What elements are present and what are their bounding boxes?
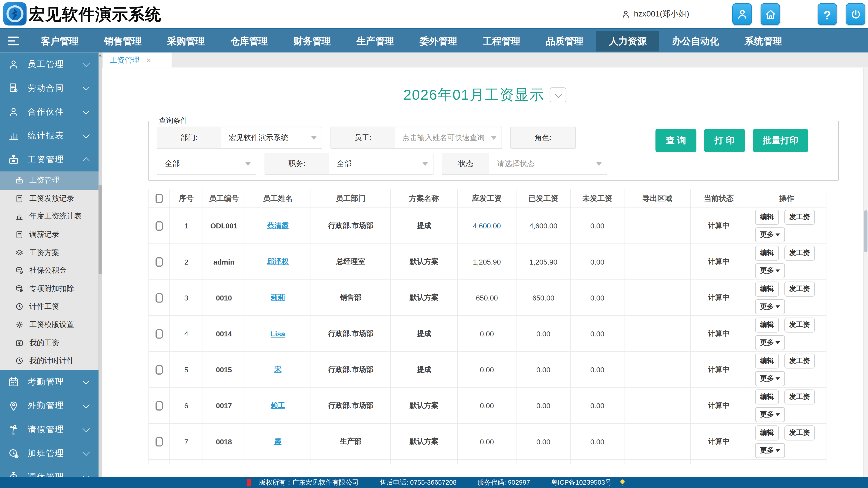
row-checkbox[interactable] [156, 293, 163, 302]
sidebar-subitem[interactable]: 我的计时计件 [0, 352, 98, 370]
pay-salary-button[interactable]: 发工资 [784, 425, 815, 440]
scroll-up-icon[interactable] [98, 54, 102, 57]
nav-item[interactable]: 仓库管理 [217, 31, 281, 51]
employee-no-link[interactable]: 0017 [203, 388, 245, 424]
sidebar-subitem[interactable]: 调薪记录 [0, 226, 98, 244]
edit-button[interactable]: 编辑 [755, 281, 779, 296]
role-field[interactable]: 角色: [510, 127, 576, 149]
more-button[interactable]: 更多 [755, 335, 785, 350]
sidebar-subitem[interactable]: 工资管理 [0, 171, 98, 190]
nav-item[interactable]: 人力资源 [596, 31, 659, 51]
sidebar-subitem[interactable]: 工资模版设置 [0, 316, 98, 334]
sidebar-group[interactable]: 请假管理 [0, 418, 98, 441]
sidebar-subitem[interactable]: 年度工资统计表 [0, 207, 98, 226]
batch-print-button[interactable]: 批量打印 [753, 129, 808, 152]
footer-icp[interactable]: 粤ICP备10239503号 [551, 478, 612, 487]
employee-name-link[interactable]: 宋 [274, 365, 281, 373]
employee-name-link[interactable]: 蔡清霞 [267, 221, 289, 230]
sidebar-group[interactable]: 调休管理 [0, 465, 98, 477]
pay-salary-button[interactable]: 发工资 [784, 389, 815, 404]
sidebar-group[interactable]: 劳动合同 [0, 76, 98, 100]
employee-no-link[interactable]: ODL001 [203, 208, 245, 244]
employee-no-link[interactable]: 0015 [203, 352, 245, 387]
row-checkbox[interactable] [156, 401, 163, 410]
current-user[interactable]: hzx001(郑小姐) [621, 0, 689, 28]
employee-name-link[interactable]: 霞 [274, 437, 281, 446]
more-button[interactable]: 更多 [755, 407, 785, 422]
pay-salary-button[interactable]: 发工资 [784, 246, 815, 260]
month-dropdown-button[interactable] [550, 88, 566, 102]
sidebar-group[interactable]: 员工管理 [0, 53, 98, 76]
department-select[interactable]: 宏见软件演示系统 [221, 127, 322, 148]
nav-item[interactable]: 财务管理 [281, 31, 344, 51]
nav-item[interactable]: 采购管理 [154, 31, 217, 51]
support-button[interactable] [733, 3, 752, 25]
sidebar-group[interactable]: 工资管理 [0, 148, 98, 171]
more-button[interactable]: 更多 [755, 371, 785, 386]
sidebar-subitem[interactable]: 专项附加扣除 [0, 280, 98, 298]
employee-no-link[interactable]: admin [203, 244, 245, 280]
print-button[interactable]: 打 印 [704, 129, 745, 152]
nav-item[interactable]: 销售管理 [91, 31, 154, 51]
role-select[interactable]: 全部 [157, 153, 256, 174]
employee-no-link[interactable]: 0014 [203, 316, 245, 352]
row-checkbox[interactable] [156, 365, 163, 375]
home-button[interactable] [761, 3, 780, 25]
tab-salary-management[interactable]: 工资管理 × [103, 53, 172, 68]
nav-item[interactable]: 办公自动化 [659, 31, 732, 51]
content-scrollbar-thumb[interactable] [864, 210, 868, 252]
select-all-checkbox[interactable] [156, 194, 163, 203]
row-checkbox[interactable] [156, 257, 163, 267]
nav-item[interactable]: 品质管理 [533, 31, 596, 51]
employee-no-link[interactable] [203, 459, 245, 464]
sidebar-subitem[interactable]: 工资发放记录 [0, 190, 98, 207]
power-button[interactable] [846, 3, 865, 25]
edit-button[interactable]: 编辑 [755, 353, 779, 368]
help-button[interactable]: ? [817, 3, 837, 25]
edit-button[interactable]: 编辑 [755, 425, 779, 440]
pay-salary-button[interactable]: 发工资 [784, 209, 815, 224]
sidebar-subitem[interactable]: 我的工资 [0, 334, 98, 352]
pay-salary-button[interactable]: 发工资 [784, 353, 815, 368]
employee-name-link[interactable]: 莉莉 [271, 293, 285, 302]
menu-toggle-icon[interactable] [8, 37, 19, 45]
employee-no-link[interactable]: 0010 [203, 280, 245, 316]
more-button[interactable]: 更多 [755, 443, 785, 458]
edit-button[interactable]: 编辑 [755, 246, 779, 260]
edit-button[interactable]: 编辑 [755, 389, 779, 404]
sidebar-group[interactable]: 合作伙伴 [0, 100, 98, 124]
edit-button[interactable]: 编辑 [755, 317, 779, 332]
sidebar-group[interactable]: 加班管理 [0, 441, 98, 465]
sidebar-group[interactable]: 统计报表 [0, 124, 98, 148]
employee-name-link[interactable]: 邱泽权 [267, 257, 289, 266]
employee-input[interactable]: 点击输入姓名可快速查询 [395, 127, 502, 148]
row-checkbox[interactable] [156, 437, 163, 447]
query-button[interactable]: 查 询 [655, 129, 696, 152]
more-button[interactable]: 更多 [755, 227, 785, 242]
pay-salary-button[interactable]: 发工资 [784, 317, 815, 332]
tab-close-icon[interactable]: × [146, 56, 151, 64]
more-button[interactable]: 更多 [755, 263, 785, 278]
row-checkbox[interactable] [156, 221, 163, 230]
employee-no-link[interactable]: 0018 [203, 424, 245, 459]
content-scrollbar[interactable] [863, 68, 868, 477]
sidebar-subitem[interactable]: 社保公积金 [0, 262, 98, 280]
sidebar-group[interactable]: 外勤管理 [0, 394, 98, 418]
employee-name-link[interactable]: 赖工 [271, 401, 285, 410]
nav-item[interactable]: 工程管理 [470, 31, 533, 51]
more-button[interactable]: 更多 [755, 299, 785, 314]
sidebar-subitem[interactable]: 工资方案 [0, 243, 98, 262]
employee-name-link[interactable]: Lisa [271, 329, 285, 338]
pay-salary-button[interactable]: 发工资 [784, 281, 815, 296]
sidebar-subitem[interactable]: 计件工资 [0, 298, 98, 316]
status-select[interactable]: 请选择状态 [489, 153, 607, 174]
sidebar-group[interactable]: 考勤管理 [0, 370, 98, 394]
nav-item[interactable]: 生产管理 [344, 31, 407, 51]
sidebar-scrollbar-thumb[interactable] [98, 185, 102, 274]
sidebar-scrollbar[interactable] [98, 53, 102, 477]
edit-button[interactable]: 编辑 [755, 209, 779, 224]
nav-item[interactable]: 客户管理 [28, 31, 91, 51]
nav-item[interactable]: 系统管理 [732, 31, 795, 51]
row-checkbox[interactable] [156, 329, 163, 338]
job-select[interactable]: 全部 [329, 153, 433, 174]
